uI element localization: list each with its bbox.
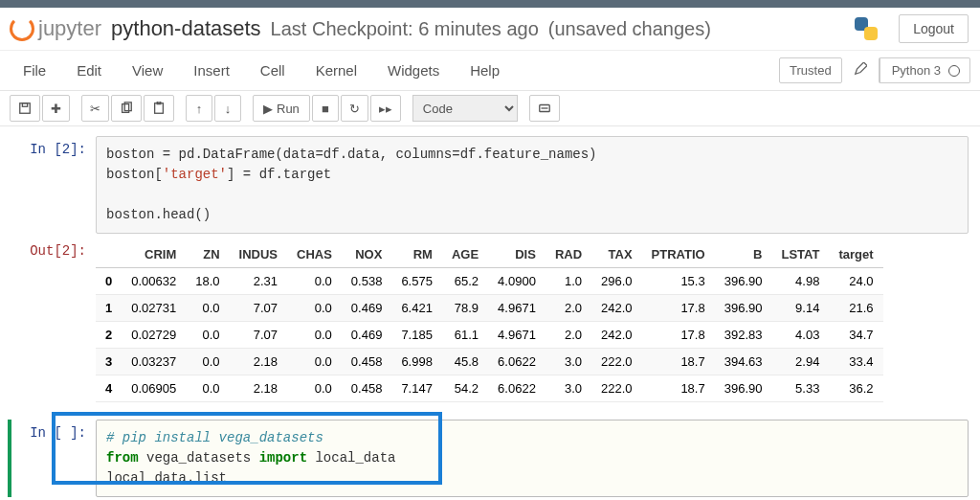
add-cell-button[interactable]: ✚	[42, 95, 70, 122]
restart-button[interactable]: ↻	[341, 95, 368, 122]
code-input[interactable]: boston = pd.DataFrame(data=df.data, colu…	[96, 136, 969, 234]
menu-view[interactable]: View	[119, 55, 176, 86]
df-cell: 0.469	[342, 322, 392, 349]
menu-kernel[interactable]: Kernel	[302, 55, 370, 86]
df-header-cell: RM	[391, 241, 442, 268]
df-header-cell: PTRATIO	[642, 241, 715, 268]
df-cell: 4	[96, 375, 122, 402]
df-cell: 3.0	[546, 349, 591, 375]
df-cell: 5.33	[771, 375, 829, 402]
df-cell: 2.0	[546, 295, 591, 322]
svg-rect-4	[155, 103, 164, 114]
df-header-cell: ZN	[186, 241, 229, 268]
df-cell: 2.0	[546, 322, 591, 349]
df-cell: 0.0	[186, 295, 229, 322]
kernel-indicator[interactable]: Python 3	[879, 57, 970, 83]
output-area: CRIMZNINDUSCHASNOXRMAGEDISRADTAXPTRATIOB…	[96, 238, 969, 402]
output-cell: Out[2]: CRIMZNINDUSCHASNOXRMAGEDISRADTAX…	[11, 238, 969, 402]
df-cell: 4.9671	[488, 295, 546, 322]
df-cell: 396.90	[715, 268, 772, 295]
restart-run-all-button[interactable]: ▸▸	[370, 95, 401, 122]
df-cell: 36.2	[829, 375, 882, 402]
python-logo-icon	[851, 13, 881, 44]
df-cell: 4.03	[771, 322, 829, 349]
df-cell: 0.02729	[122, 322, 186, 349]
df-cell: 0.0	[287, 268, 342, 295]
cell-type-select[interactable]: Code	[412, 95, 518, 122]
df-header-cell: B	[715, 241, 772, 268]
move-up-button[interactable]: ↑	[186, 95, 212, 122]
df-cell: 7.07	[230, 295, 287, 322]
code-cell[interactable]: In [2]: boston = pd.DataFrame(data=df.da…	[11, 136, 969, 234]
df-cell: 222.0	[591, 349, 642, 375]
df-header-cell	[96, 241, 122, 268]
df-cell: 0	[96, 268, 122, 295]
command-palette-button[interactable]	[529, 95, 560, 122]
df-cell: 4.9671	[488, 322, 546, 349]
menu-widgets[interactable]: Widgets	[374, 55, 453, 86]
df-cell: 0.0	[186, 375, 229, 402]
df-cell: 0.0	[186, 349, 229, 375]
df-cell: 396.90	[715, 295, 772, 322]
df-cell: 18.0	[186, 268, 229, 295]
input-prompt: In [ ]:	[11, 420, 96, 497]
df-cell: 61.1	[442, 322, 488, 349]
df-cell: 17.8	[642, 322, 715, 349]
df-cell: 242.0	[591, 322, 642, 349]
df-cell: 7.07	[230, 322, 287, 349]
interrupt-button[interactable]: ■	[312, 95, 339, 122]
copy-button[interactable]	[111, 95, 142, 122]
tool-bar: ✚ ✂ ↑ ↓ ▶ Run ■ ↻ ▸▸ Code	[0, 91, 980, 126]
svg-rect-1	[22, 103, 27, 107]
menu-help[interactable]: Help	[457, 55, 513, 86]
save-button[interactable]	[10, 95, 40, 122]
table-row: 40.069050.02.180.00.4587.14754.26.06223.…	[96, 375, 883, 402]
trusted-indicator[interactable]: Trusted	[779, 57, 842, 83]
paste-button[interactable]	[144, 95, 174, 122]
run-button[interactable]: ▶ Run	[253, 95, 310, 122]
df-cell: 296.0	[591, 268, 642, 295]
df-cell: 0.03237	[122, 349, 186, 375]
df-cell: 78.9	[442, 295, 488, 322]
notebook-container: In [2]: boston = pd.DataFrame(data=df.da…	[0, 126, 980, 500]
edit-icon[interactable]	[846, 57, 875, 83]
cut-button[interactable]: ✂	[81, 95, 109, 122]
notebook-title-group: python-datasets Last Checkpoint: 6 minut…	[111, 16, 841, 41]
df-cell: 6.0622	[488, 349, 546, 375]
df-header-cell: TAX	[591, 241, 642, 268]
code-input[interactable]: # pip install vega_datasets from vega_da…	[96, 420, 969, 497]
df-cell: 54.2	[442, 375, 488, 402]
menu-file[interactable]: File	[10, 55, 59, 86]
df-cell: 2.31	[230, 268, 287, 295]
df-cell: 0.02731	[122, 295, 186, 322]
df-cell: 0.0	[287, 375, 342, 402]
df-cell: 0.0	[186, 322, 229, 349]
df-cell: 9.14	[771, 295, 829, 322]
df-cell: 21.6	[829, 295, 882, 322]
df-cell: 394.63	[715, 349, 772, 375]
menu-insert[interactable]: Insert	[180, 55, 243, 86]
notebook-name[interactable]: python-datasets	[111, 16, 261, 41]
move-down-button[interactable]: ↓	[214, 95, 241, 122]
table-row: 10.027310.07.070.00.4696.42178.94.96712.…	[96, 295, 883, 322]
menu-bar: File Edit View Insert Cell Kernel Widget…	[0, 51, 980, 91]
logout-button[interactable]: Logout	[899, 14, 969, 43]
df-header-cell: AGE	[442, 241, 488, 268]
df-cell: 0.469	[342, 295, 392, 322]
df-cell: 242.0	[591, 295, 642, 322]
code-cell-active[interactable]: In [ ]: # pip install vega_datasets from…	[8, 420, 969, 497]
df-cell: 1	[96, 295, 122, 322]
svg-rect-0	[20, 103, 31, 114]
df-cell: 0.0	[287, 322, 342, 349]
df-cell: 392.83	[715, 322, 772, 349]
jupyter-logo[interactable]: jupyter	[10, 16, 101, 41]
df-header-cell: RAD	[546, 241, 591, 268]
menu-cell[interactable]: Cell	[247, 55, 299, 86]
output-prompt: Out[2]:	[11, 238, 96, 402]
df-cell: 18.7	[642, 349, 715, 375]
df-cell: 3	[96, 349, 122, 375]
df-header-cell: LSTAT	[771, 241, 829, 268]
df-cell: 6.575	[391, 268, 442, 295]
menu-edit[interactable]: Edit	[63, 55, 115, 86]
df-cell: 7.147	[391, 375, 442, 402]
